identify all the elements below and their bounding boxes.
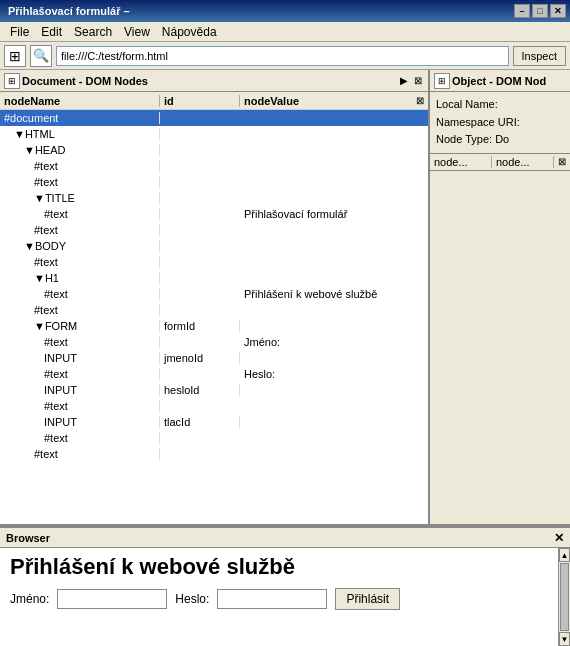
obj-col1: node... <box>430 156 492 168</box>
tree-cell-name: #text <box>0 400 160 412</box>
dom-nodes-label: Document - DOM Nodes <box>22 75 396 87</box>
title-bar: Přihlašovací formulář – – □ ✕ <box>0 0 570 22</box>
tree-cell-name: #text <box>0 256 160 268</box>
tree-cell-name: #text <box>0 176 160 188</box>
main-content: ⊞ Document - DOM Nodes ▶ ⊠ nodeName id n… <box>0 70 570 526</box>
tree-row[interactable]: #document <box>0 110 428 126</box>
object-table-header: node... node... ⊠ <box>430 153 570 171</box>
tree-container[interactable]: #document▼HTML▼HEAD#text#text▼TITLE#text… <box>0 110 428 524</box>
tree-cell-name: #text <box>0 288 160 300</box>
object-dom-panel: ⊞ Object - DOM Nod Local Name: Namespace… <box>430 70 570 524</box>
inspect-button[interactable]: Inspect <box>513 46 566 66</box>
tree-cell-name: #text <box>0 448 160 460</box>
browser-label: Browser <box>6 532 50 544</box>
col-nodename: nodeName <box>0 95 160 107</box>
dom-nodes-header: ⊞ Document - DOM Nodes ▶ ⊠ <box>0 70 428 92</box>
close-button[interactable]: ✕ <box>550 4 566 18</box>
menu-napoveda[interactable]: Nápověda <box>156 23 223 41</box>
tree-row[interactable]: #text <box>0 302 428 318</box>
browser-scrollbar[interactable]: ▲ ▼ <box>558 548 570 646</box>
tree-cell-name: ▼HEAD <box>0 144 160 156</box>
tree-cell-name: ▼TITLE <box>0 192 160 204</box>
object-info: Local Name: Namespace URI: Node Type: Do <box>430 92 570 153</box>
window-title: Přihlašovací formulář – <box>4 5 130 17</box>
search-icon[interactable]: 🔍 <box>30 45 52 67</box>
tree-row[interactable]: INPUTtlacId <box>0 414 428 430</box>
tree-cell-name: #document <box>0 112 160 124</box>
tree-cell-value: Jméno: <box>240 336 428 348</box>
tree-cell-name: #text <box>0 432 160 444</box>
col-id: id <box>160 95 240 107</box>
browser-content: Přihlášení k webové službě Jméno: Heslo:… <box>0 548 570 646</box>
prihlasit-button[interactable]: Přihlásit <box>335 588 400 610</box>
tree-row[interactable]: #text <box>0 174 428 190</box>
panel-expand-arrow[interactable]: ▶ <box>398 75 410 86</box>
tree-cell-id: jmenoId <box>160 352 240 364</box>
maximize-button[interactable]: □ <box>532 4 548 18</box>
tree-cell-name: #text <box>0 368 160 380</box>
column-headers: nodeName id nodeValue ⊠ <box>0 92 428 110</box>
address-input[interactable] <box>56 46 509 66</box>
tree-row[interactable]: ▼HTML <box>0 126 428 142</box>
tree-row[interactable]: #text <box>0 446 428 462</box>
browser-page-title: Přihlášení k webové službě <box>10 554 560 580</box>
tree-row[interactable]: #textPřihlašovací formulář <box>0 206 428 222</box>
tree-row[interactable]: ▼FORMformId <box>0 318 428 334</box>
tree-row[interactable]: #text <box>0 222 428 238</box>
node-type-label: Node Type: Do <box>436 131 564 149</box>
tree-row[interactable]: ▼BODY <box>0 238 428 254</box>
nav-icon: ⊞ <box>4 45 26 67</box>
tree-cell-id: tlacId <box>160 416 240 428</box>
tree-cell-value: Přihlášení k webové službě <box>240 288 428 300</box>
tree-row[interactable]: #text <box>0 430 428 446</box>
tree-row[interactable]: ▼H1 <box>0 270 428 286</box>
object-panel-label: Object - DOM Nod <box>452 75 566 87</box>
tree-row[interactable]: #textPřihlášení k webové službě <box>0 286 428 302</box>
tree-row[interactable]: #text <box>0 158 428 174</box>
scroll-up-btn[interactable]: ▲ <box>559 548 570 562</box>
minimize-button[interactable]: – <box>514 4 530 18</box>
tree-row[interactable]: ▼HEAD <box>0 142 428 158</box>
tree-cell-name: ▼HTML <box>0 128 160 140</box>
tree-row[interactable]: #text <box>0 398 428 414</box>
obj-col-icon: ⊠ <box>554 156 570 167</box>
browser-form: Jméno: Heslo: Přihlásit <box>10 588 560 610</box>
browser-header: Browser ✕ <box>0 528 570 548</box>
tree-cell-name: #text <box>0 160 160 172</box>
menu-search[interactable]: Search <box>68 23 118 41</box>
tree-row[interactable]: #textJméno: <box>0 334 428 350</box>
menu-file[interactable]: File <box>4 23 35 41</box>
jmeno-label: Jméno: <box>10 592 49 606</box>
tree-cell-name: ▼BODY <box>0 240 160 252</box>
scroll-thumb[interactable] <box>560 563 569 631</box>
tree-cell-name: #text <box>0 208 160 220</box>
obj-col2: node... <box>492 156 554 168</box>
tree-row[interactable]: INPUTjmenoId <box>0 350 428 366</box>
tree-cell-value: Přihlašovací formulář <box>240 208 428 220</box>
tree-row[interactable]: INPUThesloId <box>0 382 428 398</box>
window-controls: – □ ✕ <box>514 4 566 18</box>
col-nodevalue: nodeValue <box>240 95 412 107</box>
tree-row[interactable]: ▼TITLE <box>0 190 428 206</box>
tree-cell-name: INPUT <box>0 352 160 364</box>
tree-cell-name: #text <box>0 304 160 316</box>
heslo-input[interactable] <box>217 589 327 609</box>
menu-edit[interactable]: Edit <box>35 23 68 41</box>
scroll-down-btn[interactable]: ▼ <box>559 632 570 646</box>
tree-cell-name: #text <box>0 224 160 236</box>
address-bar: ⊞ 🔍 Inspect <box>0 42 570 70</box>
panel-scroll-icon[interactable]: ⊠ <box>412 75 424 86</box>
tree-cell-name: ▼FORM <box>0 320 160 332</box>
menu-bar: File Edit Search View Nápověda <box>0 22 570 42</box>
browser-close-button[interactable]: ✕ <box>554 531 564 545</box>
tree-cell-name: #text <box>0 336 160 348</box>
browser-panel: Browser ✕ Přihlášení k webové službě Jmé… <box>0 526 570 646</box>
jmeno-input[interactable] <box>57 589 167 609</box>
tree-row[interactable]: #textHeslo: <box>0 366 428 382</box>
heslo-label: Heslo: <box>175 592 209 606</box>
menu-view[interactable]: View <box>118 23 156 41</box>
tree-cell-value: Heslo: <box>240 368 428 380</box>
dom-nodes-panel: ⊞ Document - DOM Nodes ▶ ⊠ nodeName id n… <box>0 70 430 524</box>
tree-cell-id: hesloId <box>160 384 240 396</box>
tree-row[interactable]: #text <box>0 254 428 270</box>
